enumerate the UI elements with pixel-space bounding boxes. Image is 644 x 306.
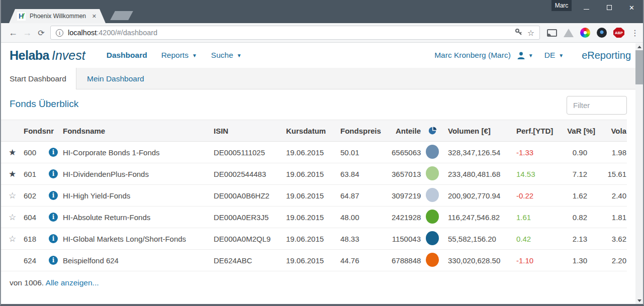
back-button[interactable]: ←	[6, 28, 20, 38]
cell-fondspreis: 48.00	[340, 213, 392, 222]
cast-extension-icon[interactable]	[547, 29, 557, 37]
header-fondspreis[interactable]: Fondspreis	[340, 127, 392, 135]
cell-volumen: 328,347,126.54	[444, 148, 516, 157]
table-row[interactable]: ★ 600 HI-Corporate Bonds 1-Fonds DE00051…	[1, 142, 627, 163]
info-icon[interactable]	[49, 169, 58, 178]
cell-isin: DE0002544483	[214, 170, 286, 178]
new-tab-button[interactable]	[110, 11, 133, 20]
cell-fondsname[interactable]: HI-High Yield-Fonds	[63, 191, 214, 200]
cell-var: 2.13	[555, 235, 595, 243]
allocation-dot[interactable]	[421, 166, 444, 182]
cell-kursdatum: 19.06.2015	[286, 170, 340, 178]
cell-kursdatum: 19.06.2015	[286, 213, 340, 222]
nav-dashboard[interactable]: Dashboard	[107, 51, 147, 60]
show-all-link[interactable]: Alle anzeigen...	[46, 278, 99, 287]
drive-extension-icon[interactable]	[564, 29, 574, 37]
table-row[interactable]: ☆ 618 HI-Global Markets Long/Short-Fonds…	[1, 228, 627, 250]
camera-extension-icon[interactable]	[597, 28, 607, 38]
cell-fondsname[interactable]: HI-Absolute Return-Fonds	[63, 213, 214, 222]
favorite-star-icon[interactable]: ★	[6, 169, 24, 179]
cell-anteile: 3097219	[392, 191, 421, 200]
cell-isin: DE000A0B6HZ2	[214, 191, 286, 200]
pie-chart-icon[interactable]	[421, 127, 444, 135]
forward-button[interactable]: →	[20, 28, 34, 38]
nav-suche[interactable]: Suche▼	[211, 51, 242, 60]
cell-perf: -1.10	[516, 256, 555, 265]
table-row[interactable]: ★ 601 HI-DividendenPlus-Fonds DE00025444…	[1, 163, 627, 185]
info-icon[interactable]	[49, 191, 58, 200]
cell-fondsnr: 618	[24, 235, 49, 243]
url-text[interactable]: localhost:4200/#/dashboard	[68, 29, 510, 37]
address-bar[interactable]: i localhost:4200/#/dashboard ☆	[50, 26, 540, 40]
header-isin[interactable]: ISIN	[214, 127, 286, 135]
cell-vola: 1.98	[595, 148, 626, 157]
cell-anteile: 3657013	[392, 170, 421, 178]
favorite-star-icon[interactable]: ☆	[6, 234, 24, 244]
table-row[interactable]: ☆ 602 HI-High Yield-Fonds DE000A0B6HZ2 1…	[1, 185, 627, 207]
tab-mein-dashboard[interactable]: Mein Dashboard	[76, 68, 144, 89]
header-anteile[interactable]: Anteile	[392, 127, 421, 135]
allocation-dot[interactable]	[421, 253, 444, 268]
browser-tab[interactable]: H/ Phoenix Willkommen ✕	[9, 9, 106, 23]
colorwheel-extension-icon[interactable]	[580, 28, 590, 38]
favorite-star-icon[interactable]: ☆	[6, 190, 24, 201]
table-row[interactable]: 624 Beispielfond 624 DE624ABC 19.06.2015…	[1, 250, 627, 271]
allocation-dot[interactable]	[421, 188, 444, 203]
info-icon[interactable]	[49, 234, 58, 243]
reload-button[interactable]: ⟳	[34, 28, 48, 38]
cell-anteile: 6565063	[392, 148, 421, 157]
allocation-dot[interactable]	[421, 210, 444, 225]
header-volumen[interactable]: Volumen [€]	[444, 127, 516, 135]
minimize-icon	[584, 9, 589, 10]
cell-fondsname[interactable]: Beispielfond 624	[63, 256, 214, 265]
header-fondsnr[interactable]: Fondsnr	[24, 127, 49, 135]
allocation-dot[interactable]	[421, 231, 444, 247]
header-var[interactable]: VaR [%]	[555, 127, 595, 135]
user-menu-chevron-icon[interactable]: ▼	[528, 53, 533, 58]
cell-fondsname[interactable]: HI-DividendenPlus-Fonds	[63, 170, 214, 178]
table-footer: von 1006. Alle anzeigen...	[1, 271, 643, 287]
nav-reports[interactable]: Reports▼	[161, 51, 197, 60]
header-perf[interactable]: Perf.[YTD]	[516, 127, 555, 135]
header-vola[interactable]: Vola	[595, 127, 626, 135]
tab-start-dashboard[interactable]: Start Dashboard	[1, 68, 76, 89]
password-key-icon[interactable]	[515, 28, 522, 38]
allocation-dot[interactable]	[421, 145, 444, 160]
favorite-star-icon[interactable]: ★	[6, 147, 24, 158]
product-title: eReporting	[582, 50, 631, 61]
filter-input[interactable]	[567, 96, 627, 115]
page-info-icon[interactable]: i	[56, 29, 63, 37]
cell-var: 0.82	[555, 213, 595, 222]
language-selector[interactable]: DE▼	[544, 51, 564, 60]
scroll-down-icon[interactable]	[635, 297, 643, 304]
page-scrollbar[interactable]	[635, 43, 643, 304]
cell-fondsnr: 601	[24, 170, 49, 178]
adblock-extension-icon[interactable]: ABP	[613, 28, 624, 38]
favorite-star-icon[interactable]: ☆	[6, 212, 24, 223]
close-button[interactable]: ✕	[620, 0, 643, 15]
info-icon[interactable]	[49, 213, 58, 222]
cell-volumen: 233,480,481.68	[444, 170, 516, 178]
scroll-up-icon[interactable]	[635, 43, 643, 50]
info-icon[interactable]	[49, 148, 58, 157]
scrollbar-thumb[interactable]	[635, 50, 643, 84]
cell-fondsname[interactable]: HI-Global Markets Long/Short-Fonds	[63, 235, 214, 243]
chrome-menu-icon[interactable]: ⋮	[631, 28, 638, 38]
table-row[interactable]: ☆ 604 HI-Absolute Return-Fonds DE000A0ER…	[1, 207, 627, 228]
user-name[interactable]: Marc Kronberg (Marc)	[434, 51, 511, 60]
chevron-down-icon: ▼	[559, 53, 564, 58]
cell-kursdatum: 19.06.2015	[286, 235, 340, 243]
user-icon[interactable]	[517, 51, 525, 60]
cell-fondsname[interactable]: HI-Corporate Bonds 1-Fonds	[63, 148, 214, 157]
close-icon: ✕	[629, 4, 634, 12]
row-count-text: von 1006.	[10, 278, 44, 287]
tab-close-icon[interactable]: ✕	[92, 13, 97, 20]
maximize-button[interactable]	[598, 0, 620, 15]
minimize-button[interactable]	[575, 0, 598, 15]
bookmark-star-icon[interactable]: ☆	[527, 28, 534, 38]
allocation-dot-icon	[426, 253, 439, 267]
chrome-profile-badge[interactable]: Marc	[551, 0, 572, 11]
header-fondsname[interactable]: Fondsname	[63, 127, 214, 135]
info-icon[interactable]	[49, 256, 58, 265]
header-kursdatum[interactable]: Kursdatum	[286, 127, 340, 135]
